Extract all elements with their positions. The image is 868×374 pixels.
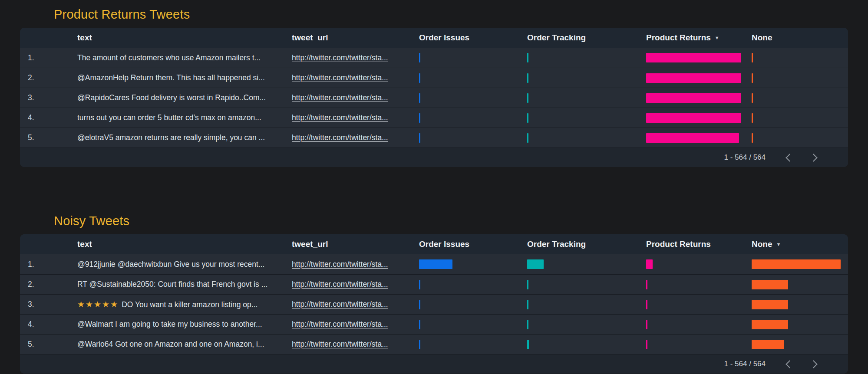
none-bar-cell <box>752 259 848 269</box>
column-header-label: None <box>752 239 772 249</box>
product-returns-bar-cell <box>646 280 752 289</box>
column-header-label: text <box>77 239 92 249</box>
tweet-text: @Walmart I am going to take my business … <box>77 320 292 329</box>
order-tracking-bar <box>527 73 528 83</box>
pagination-next-button[interactable] <box>809 152 820 163</box>
pagination-prev-button[interactable] <box>783 358 794 370</box>
section-noisy-tweets: Noisy Tweets texttweet_urlOrder IssuesOr… <box>0 213 868 374</box>
tweet-text: ★★★★★DO You want a killer amazon listing… <box>77 299 292 309</box>
tweet-url-link[interactable]: http://twitter.com/twitter/sta... <box>292 300 388 308</box>
column-header-product_returns[interactable]: Product Returns▼ <box>646 33 752 43</box>
order-tracking-bar <box>527 113 528 123</box>
column-header-label: tweet_url <box>292 33 328 42</box>
tweet-url-cell: http://twitter.com/twitter/sta... <box>292 73 419 82</box>
table-row: 3.@RapidoCares Food delivery is worst in… <box>20 88 848 108</box>
order-tracking-bar <box>527 340 529 349</box>
tweet-url-link[interactable]: http://twitter.com/twitter/sta... <box>292 93 388 102</box>
none-bar <box>752 340 784 349</box>
pagination-next-button[interactable] <box>809 358 820 370</box>
none-bar <box>752 133 753 143</box>
order-issues-bar-cell <box>419 280 527 289</box>
order-issues-bar <box>419 53 420 62</box>
order-issues-bar <box>419 133 420 143</box>
chevron-left-icon <box>785 360 793 368</box>
product-returns-tweets-table: texttweet_urlOrder IssuesOrder TrackingP… <box>20 28 848 167</box>
order-issues-bar-cell <box>419 113 527 123</box>
table-row: 2.@AmazonHelp Return them. This has all … <box>20 68 848 88</box>
table-row: 3.★★★★★DO You want a killer amazon listi… <box>20 294 848 314</box>
order-tracking-bar <box>527 259 544 269</box>
tweet-url-link[interactable]: http://twitter.com/twitter/sta... <box>292 73 388 82</box>
pagination-bar: 1 - 564 / 564 <box>20 148 848 167</box>
column-header-order_tracking[interactable]: Order Tracking <box>527 33 646 43</box>
column-header-label: text <box>77 33 92 42</box>
tweet-text: @912jjunie @daechwitxbun Give us your mo… <box>77 260 292 269</box>
order-issues-bar <box>419 340 420 349</box>
tweet-text: @RapidoCares Food delivery is worst in R… <box>77 93 292 102</box>
row-index: 4. <box>20 113 77 122</box>
tweet-url-link[interactable]: http://twitter.com/twitter/sta... <box>292 113 388 122</box>
order-tracking-bar <box>527 93 528 103</box>
tweet-text: The amount of customers who use Amazon m… <box>77 53 292 62</box>
order-issues-bar-cell <box>419 259 527 269</box>
column-header-text[interactable]: text <box>77 33 292 43</box>
column-header-order_issues[interactable]: Order Issues <box>419 33 527 43</box>
column-header-order_issues[interactable]: Order Issues <box>419 239 527 249</box>
column-header-none[interactable]: None <box>752 33 848 43</box>
order-issues-bar-cell <box>419 53 527 62</box>
product-returns-bar-cell <box>646 113 752 123</box>
product-returns-bar <box>646 73 741 83</box>
tweet-text: @elotraV5 amazon returns are really simp… <box>77 133 292 142</box>
product-returns-bar <box>646 259 653 269</box>
table-row: 2.RT @Sustainable2050: Court finds that … <box>20 274 848 294</box>
product-returns-bar <box>646 53 741 62</box>
tweet-url-link[interactable]: http://twitter.com/twitter/sta... <box>292 260 388 269</box>
product-returns-bar <box>646 133 739 143</box>
pagination-bar: 1 - 564 / 564 <box>20 354 848 374</box>
order-issues-bar <box>419 320 420 329</box>
table-row: 1.@912jjunie @daechwitxbun Give us your … <box>20 254 848 274</box>
chevron-right-icon <box>809 360 817 368</box>
order-tracking-bar-cell <box>527 93 646 103</box>
none-bar-cell <box>752 280 848 289</box>
row-index: 5. <box>20 340 77 349</box>
tweet-url-link[interactable]: http://twitter.com/twitter/sta... <box>292 320 388 328</box>
tweet-url-cell: http://twitter.com/twitter/sta... <box>292 53 419 62</box>
order-issues-bar <box>419 113 420 123</box>
column-header-product_returns[interactable]: Product Returns <box>646 239 752 249</box>
tweet-url-cell: http://twitter.com/twitter/sta... <box>292 280 419 289</box>
tweet-url-cell: http://twitter.com/twitter/sta... <box>292 93 419 102</box>
column-header-label: Order Issues <box>419 239 469 249</box>
product-returns-bar <box>646 93 741 103</box>
pagination-prev-button[interactable] <box>783 152 794 163</box>
product-returns-bar <box>646 340 647 349</box>
order-tracking-bar-cell <box>527 259 646 269</box>
tweet-text: @AmazonHelp Return them. This has all ha… <box>77 73 292 82</box>
column-header-label: None <box>752 33 772 42</box>
column-header-order_tracking[interactable]: Order Tracking <box>527 239 646 249</box>
tweet-url-link[interactable]: http://twitter.com/twitter/sta... <box>292 280 388 289</box>
order-issues-bar <box>419 73 420 83</box>
none-bar <box>752 259 841 269</box>
table-header-row: texttweet_urlOrder IssuesOrder TrackingP… <box>20 234 848 254</box>
column-header-url[interactable]: tweet_url <box>292 33 419 43</box>
tweet-url-link[interactable]: http://twitter.com/twitter/sta... <box>292 133 388 142</box>
column-header-url[interactable]: tweet_url <box>292 239 419 249</box>
none-bar-cell <box>752 133 848 143</box>
column-header-label: Order Tracking <box>527 239 586 249</box>
none-bar-cell <box>752 73 848 83</box>
tweet-url-link[interactable]: http://twitter.com/twitter/sta... <box>292 340 388 348</box>
order-issues-bar <box>419 259 452 269</box>
row-index: 2. <box>20 280 77 289</box>
tweet-url-cell: http://twitter.com/twitter/sta... <box>292 260 419 269</box>
column-header-none[interactable]: None▼ <box>752 239 848 249</box>
product-returns-bar-cell <box>646 53 752 62</box>
none-bar <box>752 93 753 103</box>
table-body: 1.@912jjunie @daechwitxbun Give us your … <box>20 254 848 354</box>
tweet-url-link[interactable]: http://twitter.com/twitter/sta... <box>292 53 388 62</box>
dashboard-page: Product Returns Tweets texttweet_urlOrde… <box>0 0 868 374</box>
none-bar-cell <box>752 53 848 62</box>
none-bar-cell <box>752 300 848 309</box>
order-tracking-bar-cell <box>527 300 646 309</box>
column-header-text[interactable]: text <box>77 239 292 249</box>
